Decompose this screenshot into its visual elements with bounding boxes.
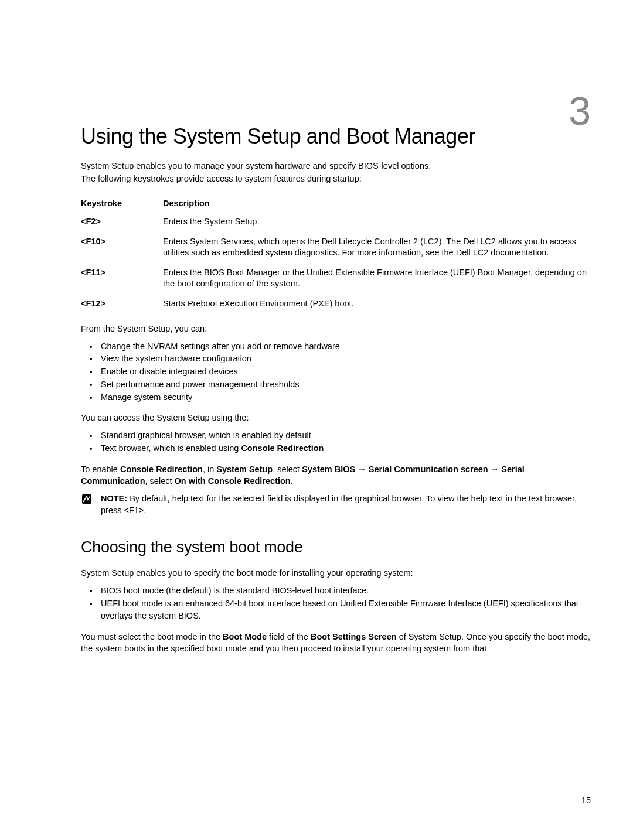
note-text: NOTE: By default, help text for the sele… [101, 493, 592, 516]
desc-cell: Starts Preboot eXecution Environment (PX… [163, 295, 592, 315]
page-content: Using the System Setup and Boot Manager … [0, 0, 633, 692]
list-item: Text browser, which is enabled using Con… [98, 442, 592, 455]
list-item: UEFI boot mode is an enhanced 64-bit boo… [98, 597, 592, 623]
desc-cell: Enters the System Setup. [163, 213, 592, 233]
note-block: NOTE: By default, help text for the sele… [81, 493, 592, 516]
intro-block: System Setup enables you to manage your … [81, 161, 592, 185]
setup-bullets: Change the NVRAM settings after you add … [98, 340, 592, 404]
table-row: <F12> Starts Preboot eXecution Environme… [81, 295, 592, 315]
list-item: Set performance and power management thr… [98, 378, 592, 391]
th-keystroke: Keystroke [81, 195, 163, 213]
keystroke-table: Keystroke Description <F2> Enters the Sy… [81, 195, 592, 314]
section2-p1: System Setup enables you to specify the … [81, 567, 592, 579]
note-icon [81, 493, 93, 505]
access-intro: You can access the System Setup using th… [81, 412, 592, 424]
enable-console-redirection-para: To enable Console Redirection, in System… [81, 463, 592, 487]
section2-p2: You must select the boot mode in the Boo… [81, 631, 592, 654]
list-item: Enable or disable integrated devices [98, 366, 592, 378]
keystroke-cell: <F10> [81, 233, 163, 264]
th-description: Description [163, 195, 592, 213]
list-item: BIOS boot mode (the default) is the stan… [98, 585, 592, 597]
intro-p1: System Setup enables you to manage your … [81, 161, 592, 172]
list-item: Manage system security [98, 391, 592, 404]
desc-cell: Enters the BIOS Boot Manager or the Unif… [163, 264, 592, 295]
keystroke-cell: <F2> [81, 213, 163, 233]
table-row: <F11> Enters the BIOS Boot Manager or th… [81, 264, 592, 295]
list-item: View the system hardware configuration [98, 353, 592, 366]
chapter-number: 3 [569, 88, 591, 134]
note-label: NOTE: [101, 494, 127, 503]
table-row: <F2> Enters the System Setup. [81, 213, 592, 233]
note-body: By default, help text for the selected f… [101, 494, 577, 515]
desc-cell: Enters System Services, which opens the … [163, 233, 592, 264]
table-header-row: Keystroke Description [81, 195, 592, 213]
keystroke-cell: <F11> [81, 264, 163, 295]
intro-p2: The following keystrokes provide access … [81, 173, 592, 185]
section2-bullets: BIOS boot mode (the default) is the stan… [98, 585, 592, 623]
keystroke-cell: <F12> [81, 295, 163, 315]
page-title: Using the System Setup and Boot Manager [81, 124, 592, 149]
section-heading-boot-mode: Choosing the system boot mode [81, 538, 592, 556]
list-item: Standard graphical browser, which is ena… [98, 429, 592, 442]
access-bullets: Standard graphical browser, which is ena… [98, 429, 592, 455]
list-item: Change the NVRAM settings after you add … [98, 340, 592, 353]
table-row: <F10> Enters System Services, which open… [81, 233, 592, 264]
page-number: 15 [581, 795, 591, 805]
from-setup-intro: From the System Setup, you can: [81, 323, 592, 334]
